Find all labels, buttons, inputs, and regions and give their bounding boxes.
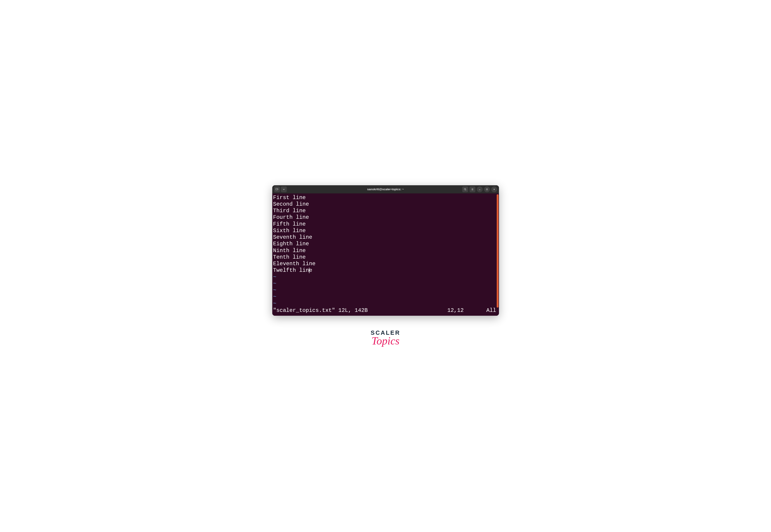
editor-line: Second line	[273, 201, 498, 207]
status-spacer	[368, 307, 447, 313]
editor-line: Sixth line	[273, 227, 498, 234]
status-scroll-indicator: All	[486, 307, 496, 313]
title-bar-left-controls	[274, 186, 287, 192]
svg-rect-0	[276, 188, 278, 190]
cursor: e	[309, 267, 312, 273]
editor-line: Third line	[273, 207, 498, 214]
logo: SCALER Topics	[371, 329, 400, 347]
hamburger-icon	[471, 188, 474, 191]
empty-line-tilde: ~	[273, 287, 498, 294]
editor-line: First line	[273, 194, 498, 201]
search-button[interactable]	[462, 186, 468, 192]
title-bar: sanskriti@scaler-topics: ~	[272, 185, 499, 193]
dropdown-button[interactable]	[281, 186, 287, 192]
empty-line-tilde: ~	[273, 274, 498, 280]
terminal-body[interactable]: First lineSecond lineThird lineFourth li…	[272, 193, 499, 316]
editor-line: Twelfth line	[273, 267, 498, 274]
maximize-button[interactable]	[484, 186, 490, 192]
minimize-button[interactable]	[477, 186, 483, 192]
editor-line: Fourth line	[273, 214, 498, 221]
editor-line: Tenth line	[273, 254, 498, 260]
svg-line-4	[465, 190, 466, 190]
window-title: sanskriti@scaler-topics: ~	[367, 188, 404, 191]
editor-line: Ninth line	[273, 247, 498, 254]
search-icon	[464, 188, 467, 191]
status-cursor-position: 12,12	[447, 307, 464, 313]
empty-line-tilde: ~	[273, 300, 498, 307]
editor-line: Eighth line	[273, 241, 498, 247]
svg-point-3	[464, 188, 466, 190]
empty-line-tilde: ~	[273, 280, 498, 287]
new-tab-icon	[276, 188, 279, 191]
svg-rect-9	[486, 189, 487, 190]
scrollbar[interactable]	[497, 194, 498, 308]
vim-status-line: "scaler_topics.txt" 12L, 142B 12,12 All	[272, 307, 499, 313]
new-tab-button[interactable]	[274, 186, 280, 192]
editor-content[interactable]: First lineSecond lineThird lineFourth li…	[272, 194, 499, 307]
close-icon	[493, 188, 496, 191]
logo-text-topics: Topics	[372, 335, 400, 347]
empty-line-tilde: ~	[273, 294, 498, 300]
close-button[interactable]	[491, 186, 497, 192]
status-filename: "scaler_topics.txt" 12L, 142B	[273, 307, 368, 313]
minimize-icon	[478, 188, 481, 191]
title-bar-right-controls	[462, 186, 497, 192]
chevron-down-icon	[282, 188, 285, 191]
editor-line: Seventh line	[273, 234, 498, 241]
terminal-window: sanskriti@scaler-topics: ~ First lineSec…	[272, 185, 499, 316]
editor-line: Eleventh line	[273, 260, 498, 267]
menu-button[interactable]	[469, 186, 475, 192]
editor-line: Fifth line	[273, 221, 498, 227]
maximize-icon	[485, 188, 488, 191]
